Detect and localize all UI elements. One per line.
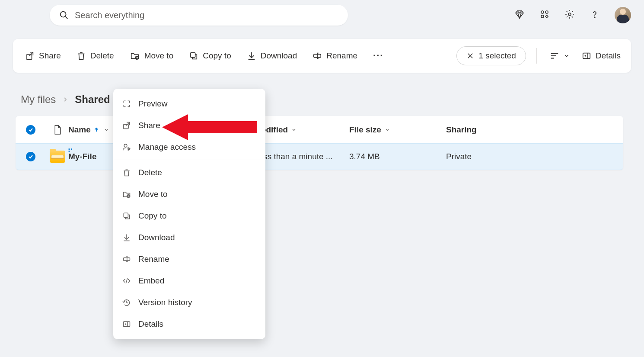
svg-rect-7 <box>26 55 32 59</box>
toolbar-divider <box>536 48 537 64</box>
svg-rect-11 <box>583 53 590 59</box>
column-header-sharing[interactable]: Sharing <box>446 125 613 135</box>
select-all-column[interactable] <box>26 125 47 135</box>
embed-icon <box>122 277 131 285</box>
download-button[interactable]: Download <box>245 48 299 64</box>
share-icon <box>122 121 131 130</box>
copy-to-icon <box>122 212 131 220</box>
delete-icon <box>77 51 86 61</box>
sync-indicator-icon: ⠋ <box>67 147 72 157</box>
menu-details[interactable]: Details <box>113 313 265 335</box>
menu-separator <box>113 160 265 160</box>
svg-rect-10 <box>314 54 321 57</box>
file-list: Name Modified File size Sharing ⠋ My-Fil… <box>16 116 623 170</box>
delete-label: Delete <box>90 51 114 61</box>
details-label: Details <box>596 51 621 61</box>
svg-rect-12 <box>124 125 129 129</box>
svg-rect-16 <box>124 213 128 217</box>
menu-download[interactable]: Download <box>113 227 265 248</box>
search-box[interactable] <box>50 5 348 26</box>
share-icon <box>25 51 35 61</box>
preview-icon <box>122 100 131 108</box>
menu-move-to[interactable]: Move to <box>113 183 265 205</box>
rename-button[interactable]: Rename <box>311 48 359 64</box>
svg-point-6 <box>594 17 595 18</box>
manage-access-icon <box>122 143 131 151</box>
menu-version-history[interactable]: Version history <box>113 292 265 313</box>
row-check[interactable] <box>26 152 47 161</box>
svg-rect-18 <box>124 322 130 327</box>
command-toolbar: Share Delete Move to Copy to Download Re… <box>13 39 631 73</box>
svg-point-13 <box>124 144 127 147</box>
more-button[interactable]: ··· <box>371 47 385 65</box>
clear-selection-icon[interactable] <box>466 52 474 60</box>
selection-pill[interactable]: 1 selected <box>456 46 526 65</box>
select-all-checkbox[interactable] <box>26 125 35 135</box>
svg-point-2 <box>541 11 544 13</box>
column-header-size[interactable]: File size <box>349 125 446 135</box>
search-input[interactable] <box>75 10 338 20</box>
copy-to-icon <box>189 51 198 61</box>
search-icon <box>59 10 69 20</box>
file-type-column <box>47 125 68 135</box>
breadcrumb-current: Shared <box>75 93 110 106</box>
header-actions <box>514 7 631 23</box>
file-list-header: Name Modified File size Sharing <box>16 116 623 143</box>
copy-to-button[interactable]: Copy to <box>187 48 233 64</box>
table-row[interactable]: ⠋ My-File Less than a minute ... 3.74 MB… <box>16 143 623 170</box>
svg-point-3 <box>545 11 548 13</box>
breadcrumb-separator <box>63 95 68 104</box>
move-to-button[interactable]: Move to <box>128 48 175 64</box>
toolbar-right: 1 selected Details <box>456 46 621 65</box>
avatar[interactable] <box>615 7 631 23</box>
move-to-label: Move to <box>144 51 174 61</box>
copy-to-label: Copy to <box>203 51 231 61</box>
chevron-down-icon <box>564 53 570 59</box>
menu-preview[interactable]: Preview <box>113 93 265 115</box>
menu-copy-to[interactable]: Copy to <box>113 205 265 227</box>
chevron-down-icon <box>291 127 296 132</box>
app-header <box>0 0 644 30</box>
details-button[interactable]: Details <box>582 51 621 61</box>
chevron-down-icon <box>385 127 390 132</box>
menu-embed[interactable]: Embed <box>113 270 265 292</box>
zip-folder-icon: ⠋ <box>50 151 65 163</box>
download-icon <box>122 233 131 242</box>
svg-rect-17 <box>124 258 130 261</box>
row-size: 3.74 MB <box>349 152 446 161</box>
sort-asc-icon <box>93 127 99 133</box>
premium-icon[interactable] <box>514 9 525 21</box>
delete-icon <box>122 168 131 177</box>
row-sharing: Private <box>446 152 613 161</box>
svg-line-1 <box>65 16 67 19</box>
view-options-button[interactable] <box>547 49 571 62</box>
menu-manage-access[interactable]: Manage access <box>113 136 265 158</box>
menu-rename[interactable]: Rename <box>113 248 265 270</box>
chevron-down-icon <box>104 127 109 132</box>
move-to-icon <box>130 51 140 61</box>
column-header-modified[interactable]: Modified <box>254 125 349 135</box>
rename-icon <box>312 51 322 61</box>
history-icon <box>122 298 131 307</box>
menu-share[interactable]: Share <box>113 115 265 136</box>
details-pane-icon <box>122 320 131 328</box>
download-label: Download <box>261 51 297 61</box>
apps-icon[interactable] <box>539 9 550 21</box>
svg-point-5 <box>568 13 571 16</box>
row-checkbox[interactable] <box>26 152 35 161</box>
rename-icon <box>122 255 131 264</box>
settings-icon[interactable] <box>564 9 575 21</box>
row-file-icon: ⠋ <box>47 151 68 163</box>
share-button[interactable]: Share <box>23 48 63 64</box>
delete-button[interactable]: Delete <box>75 48 116 64</box>
menu-delete[interactable]: Delete <box>113 162 265 183</box>
help-icon[interactable] <box>590 9 600 21</box>
sort-lines-icon <box>549 51 560 61</box>
share-label: Share <box>39 51 61 61</box>
rename-label: Rename <box>326 51 357 61</box>
svg-point-14 <box>128 148 129 150</box>
breadcrumb-root[interactable]: My files <box>21 93 56 106</box>
context-menu: Preview Share Manage access Delete Move … <box>113 89 265 339</box>
svg-point-0 <box>61 12 66 17</box>
svg-rect-9 <box>191 53 195 58</box>
